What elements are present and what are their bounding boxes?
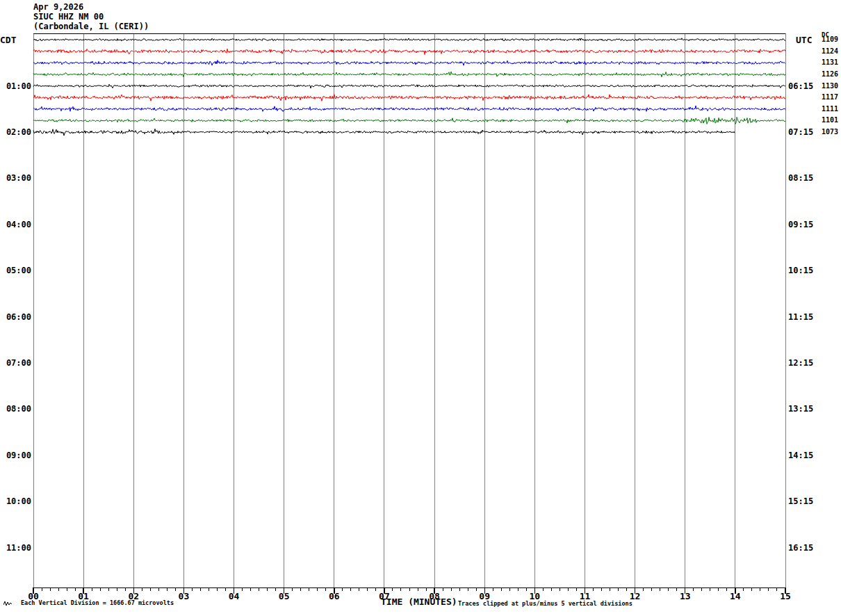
title-date: Apr 9,2026 — [33, 2, 83, 12]
x-tick-label: 05 — [273, 591, 295, 601]
dc-offset-value: 1073 — [822, 129, 838, 136]
right-hour-label: 12:15 — [788, 358, 813, 368]
waveform-glyph-icon — [3, 600, 13, 607]
x-axis-title: TIME (MINUTES) — [381, 597, 457, 607]
helicorder-canvas — [0, 0, 841, 616]
right-hour-label: 14:15 — [788, 451, 813, 460]
title-location: (Carbondale, IL (CERI)) — [33, 22, 149, 31]
clip-note: Traces clipped at plus/minus 5 vertical … — [458, 600, 632, 607]
right-hour-label: 16:15 — [788, 543, 813, 553]
dc-offset-value: 1109 — [822, 36, 838, 43]
dc-offset-value: 1131 — [822, 59, 838, 66]
left-hour-label: 06:00 — [0, 312, 31, 322]
seismic-trace-row-5 — [33, 95, 785, 101]
x-tick-label: 14 — [724, 591, 746, 601]
seismic-trace-row-6 — [33, 106, 785, 111]
x-tick-label: 06 — [323, 591, 345, 601]
left-hour-label: 03:00 — [0, 173, 31, 183]
title-station: SIUC HHZ NM 00 — [33, 12, 104, 22]
right-hour-label: 10:15 — [788, 266, 813, 275]
x-tick-label: 13 — [674, 591, 696, 601]
right-hour-label: 11:15 — [788, 312, 813, 322]
right-hour-label: 13:15 — [788, 404, 813, 414]
left-hour-label: 10:00 — [0, 496, 31, 506]
seismic-trace-row-7 — [33, 117, 785, 124]
dc-offset-value: 1111 — [822, 106, 838, 113]
right-hour-label: 15:15 — [788, 496, 813, 506]
scale-note: Each Vertical Division = 1666.67 microvo… — [21, 599, 174, 606]
x-tick-label: 04 — [223, 591, 245, 601]
helicorder-page: Apr 9,2026 SIUC HHZ NM 00 (Carbondale, I… — [0, 0, 841, 616]
seismic-trace-row-3 — [33, 72, 785, 77]
right-timezone-label: UTC — [796, 35, 812, 45]
left-hour-label: 08:00 — [0, 404, 31, 414]
seismic-trace-row-4 — [33, 84, 785, 88]
left-hour-label: 11:00 — [0, 543, 31, 553]
right-hour-label: 06:15 — [788, 81, 813, 91]
left-hour-label: 09:00 — [0, 451, 31, 460]
left-hour-label: 07:00 — [0, 358, 31, 368]
x-tick-label: 15 — [774, 591, 797, 601]
left-hour-label: 04:00 — [0, 220, 31, 229]
dc-offset-value: 1117 — [822, 94, 838, 101]
left-hour-label: 02:00 — [0, 127, 31, 137]
seismic-trace-row-0 — [33, 38, 785, 41]
left-timezone-label: CDT — [0, 35, 16, 45]
right-hour-label: 09:15 — [788, 220, 813, 229]
left-hour-label: 05:00 — [0, 266, 31, 275]
seismic-trace-row-1 — [33, 49, 785, 54]
left-hour-label: 01:00 — [0, 81, 31, 91]
dc-offset-value: 1126 — [822, 71, 838, 78]
right-hour-label: 08:15 — [788, 173, 813, 183]
dc-offset-value: 1124 — [822, 48, 838, 55]
dc-offset-value: 1130 — [822, 83, 838, 90]
x-tick-label: 03 — [172, 591, 195, 601]
right-hour-label: 07:15 — [788, 127, 813, 137]
dc-offset-value: 1101 — [822, 117, 838, 124]
seismic-trace-row-2 — [33, 60, 785, 66]
